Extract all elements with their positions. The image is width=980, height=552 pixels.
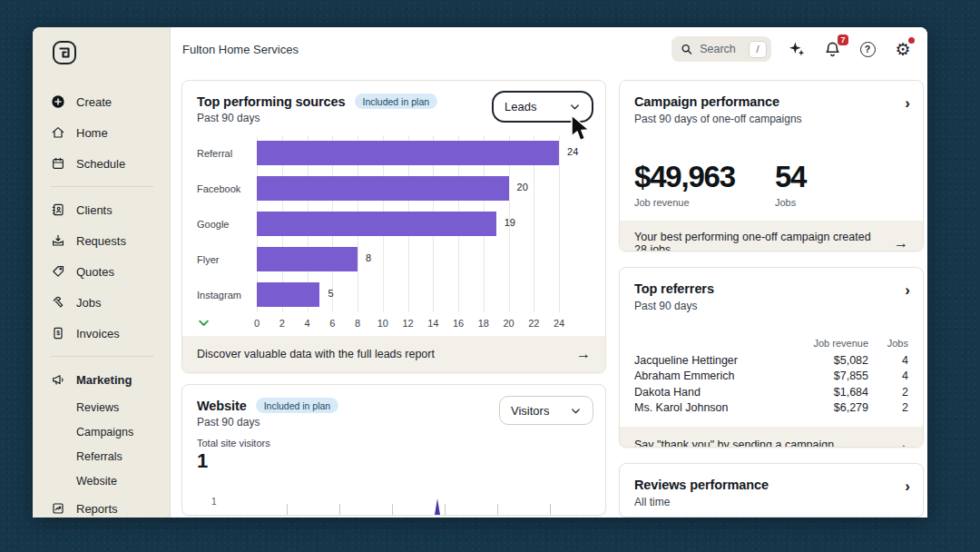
sidebar-item-label: Quotes <box>76 265 114 279</box>
bar-row-instagram: Instagram5 <box>197 277 591 312</box>
sidebar-item-create[interactable]: Create <box>51 86 170 117</box>
sidebar-nav: CreateHomeScheduleClientsRequestsQuotesJ… <box>51 86 170 518</box>
sidebar-item-marketing[interactable]: Marketing <box>51 364 170 395</box>
website-card-title: Website <box>197 399 247 413</box>
sidebar-item-quotes[interactable]: Quotes <box>51 256 170 287</box>
app-window: CreateHomeScheduleClientsRequestsQuotesJ… <box>33 27 927 518</box>
bar-category-label: Flyer <box>197 254 257 265</box>
sidebar-item-label: Reviews <box>76 401 119 414</box>
reviews-card-subtitle: All time <box>634 496 908 508</box>
visitors-dropdown[interactable]: Visitors <box>499 396 593 425</box>
job-revenue-stat: $49,963 Job revenue <box>634 160 735 208</box>
referrer-revenue: $5,082 <box>792 354 868 367</box>
sources-bar-chart: Referral24Facebook20Google19Flyer8Instag… <box>182 128 605 336</box>
bar-category-label: Referral <box>197 148 257 159</box>
sidebar-item-label: Website <box>76 475 117 488</box>
x-tick-label: 12 <box>402 318 413 329</box>
x-tick-label: 8 <box>355 318 360 329</box>
sidebar-item-website[interactable]: Website <box>51 468 170 493</box>
sidebar-divider <box>51 186 153 187</box>
campaign-card-title: Campaign performance <box>634 94 779 109</box>
arrow-right-icon: → <box>576 346 591 362</box>
bar-google <box>257 212 496 236</box>
x-tick-label: 10 <box>377 318 388 329</box>
sidebar-item-label: Home <box>76 126 108 140</box>
settings-gear-icon[interactable]: ⚙ <box>893 39 913 59</box>
website-visitors-chart: 1 <box>197 484 591 515</box>
x-tick-label: 18 <box>478 318 489 329</box>
referrer-row: Ms. Karol Johnson$6,2792 <box>634 399 908 416</box>
reviews-performance-card: Reviews performance All time › <box>619 463 924 518</box>
x-tick-label: 0 <box>254 318 260 329</box>
sidebar-item-label: Campaigns <box>76 426 133 439</box>
jobber-logo-icon[interactable] <box>51 39 78 66</box>
sidebar-item-label: Clients <box>76 203 113 217</box>
bar-row-facebook: Facebook20 <box>197 171 591 206</box>
notification-count-badge: 7 <box>838 34 848 45</box>
included-in-plan-badge: Included in plan <box>256 398 339 413</box>
best-campaign-cta[interactable]: Your best performing one-off campaign cr… <box>620 221 923 251</box>
reviews-card-title: Reviews performance <box>634 478 769 492</box>
top-referrers-card: Top referrers Past 90 days › Job revenue… <box>619 267 924 448</box>
desktop-background: CreateHomeScheduleClientsRequestsQuotesJ… <box>0 0 980 552</box>
total-site-visitors-label: Total site visitors <box>197 438 591 448</box>
mini-chart-tick <box>445 504 446 515</box>
chevron-right-icon[interactable]: › <box>905 478 910 494</box>
sidebar-item-schedule[interactable]: Schedule <box>51 148 170 179</box>
bar-row-referral: Referral24 <box>197 135 591 171</box>
sidebar-item-label: Referrals <box>76 450 122 463</box>
mini-chart-tick <box>339 504 340 515</box>
svg-text:$: $ <box>56 330 60 337</box>
website-card: Website Included in plan Past 90 days Vi… <box>181 384 606 516</box>
search-field[interactable] <box>700 43 741 55</box>
leads-dropdown[interactable]: Leads <box>492 91 593 123</box>
sidebar-item-home[interactable]: Home <box>51 117 170 148</box>
sidebar-item-campaigns[interactable]: Campaigns <box>51 419 170 444</box>
chart-axis: 024681012141618202224 <box>197 312 591 336</box>
sidebar-item-referrals[interactable]: Referrals <box>51 444 170 468</box>
bar-value-label: 24 <box>567 146 578 157</box>
referrer-name: Ms. Karol Johnson <box>634 401 792 414</box>
sidebar: CreateHomeScheduleClientsRequestsQuotesJ… <box>33 27 171 518</box>
sidebar-item-reports[interactable]: Reports <box>51 493 170 518</box>
leads-report-cta[interactable]: Discover valuable data with the full lea… <box>182 336 605 372</box>
reports-icon <box>51 501 65 516</box>
included-in-plan-badge: Included in plan <box>355 94 438 109</box>
sidebar-item-reviews[interactable]: Reviews <box>51 395 170 419</box>
sidebar-item-invoices[interactable]: $Invoices <box>51 318 170 349</box>
sidebar-divider <box>51 356 153 357</box>
chevron-right-icon[interactable]: › <box>905 282 910 298</box>
arrow-right-icon: → <box>894 235 908 251</box>
referrer-row: Dakota Hand$1,6842 <box>634 384 908 400</box>
sidebar-item-label: Requests <box>76 234 126 248</box>
sidebar-item-label: Jobs <box>76 296 101 310</box>
referrer-row: Abraham Emmerich$7,8554 <box>634 368 908 384</box>
search-icon <box>681 43 692 55</box>
search-shortcut-key: / <box>749 41 767 58</box>
megaphone-icon <box>51 372 65 387</box>
ai-sparkles-icon[interactable] <box>787 39 807 59</box>
bar-referral <box>257 141 559 165</box>
mini-chart-tick <box>497 504 498 515</box>
dashboard-content: Top performing sources Included in plan … <box>171 71 927 518</box>
col-job-revenue: Job revenue <box>792 338 868 349</box>
referrer-name: Abraham Emmerich <box>634 370 792 382</box>
jobs-icon <box>51 295 65 310</box>
chevron-right-icon[interactable]: › <box>905 95 910 111</box>
sidebar-item-clients[interactable]: Clients <box>51 194 170 225</box>
x-tick-label: 22 <box>528 318 539 329</box>
chevron-down-icon <box>569 101 581 113</box>
bar-row-google: Google19 <box>197 206 591 242</box>
referrer-jobs: 2 <box>868 386 908 399</box>
mini-chart-tick <box>287 504 288 515</box>
sidebar-item-jobs[interactable]: Jobs <box>51 287 170 318</box>
sidebar-item-requests[interactable]: Requests <box>51 225 170 256</box>
help-icon[interactable]: ? <box>858 39 877 59</box>
referrers-rows: Jacqueline Hettinger$5,0824Abraham Emmer… <box>634 352 908 416</box>
plus-circle-icon <box>51 94 65 109</box>
thank-you-campaign-cta[interactable]: Say "thank you" by sending a campaign → <box>620 427 923 448</box>
search-input[interactable]: / <box>671 36 771 62</box>
notifications-bell-icon[interactable]: 7 <box>822 39 842 59</box>
expand-chart-chevron-icon[interactable] <box>197 316 211 333</box>
sidebar-item-label: Reports <box>76 502 118 516</box>
